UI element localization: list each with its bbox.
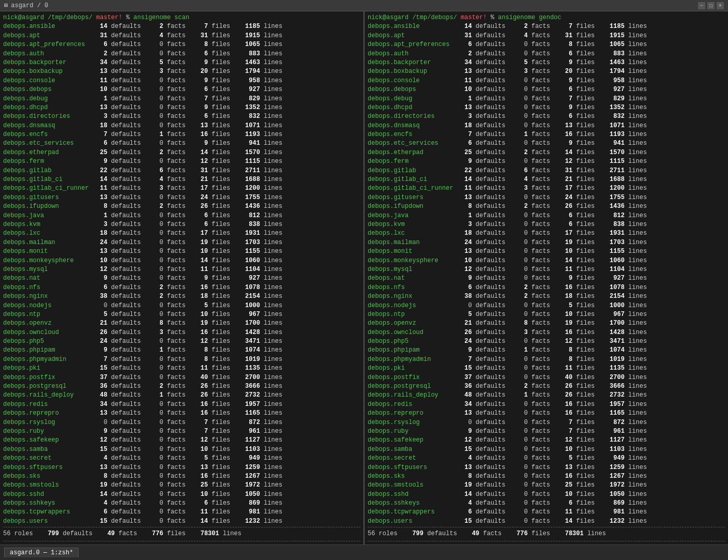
table-row: debops.reprepro 13 defaults 0 facts 16 f… (368, 409, 725, 418)
right-pane[interactable]: nick@asgard /tmp/debops/ master! % ansig… (365, 11, 728, 544)
table-row: debops.java 1 defaults 0 facts 6 files 8… (368, 211, 725, 220)
table-row: debops.reprepro 13 defaults 0 facts 16 f… (3, 409, 360, 418)
table-row: debops.java 1 defaults 0 facts 6 files 8… (3, 211, 360, 220)
table-row: debops.boxbackup 13 defaults 3 facts 20 … (368, 67, 725, 76)
table-row: debops.ferm 9 defaults 0 facts 12 files … (3, 157, 360, 166)
table-row: debops.postfix 37 defaults 0 facts 40 fi… (368, 373, 725, 382)
table-row: debops.owncloud 26 defaults 3 facts 16 f… (368, 328, 725, 337)
table-row: debops.ifupdown 8 defaults 2 facts 26 fi… (368, 202, 725, 211)
table-row: debops.encfs 7 defaults 1 facts 16 files… (368, 130, 725, 139)
table-row: debops.gitlab_ci 14 defaults 4 facts 21 … (3, 175, 360, 184)
table-row: debops.nfs 6 defaults 2 facts 16 files 1… (368, 283, 725, 292)
table-row: debops.tcpwrappers 6 defaults 0 facts 11… (368, 508, 725, 517)
left-footer1: 56 ok 0 missing readme(s) 0 missing meta… (3, 542, 360, 544)
table-row: debops.openvz 21 defaults 8 facts 19 fil… (3, 319, 360, 328)
table-row: debops.redis 34 defaults 0 facts 16 file… (3, 400, 360, 409)
table-row: debops.encfs 7 defaults 1 facts 16 files… (3, 130, 360, 139)
table-row: debops.apt 31 defaults 4 facts 31 files … (3, 32, 360, 40)
table-row: debops.ruby 9 defaults 0 facts 7 files 9… (368, 427, 725, 436)
table-row: debops.gitusers 13 defaults 0 facts 24 f… (3, 193, 360, 202)
table-row: debops.debops 10 defaults 0 facts 6 file… (3, 85, 360, 94)
table-row: debops.nat 9 defaults 0 facts 9 files 92… (368, 274, 725, 283)
table-row: debops.php5 24 defaults 0 facts 12 files… (368, 337, 725, 346)
table-row: debops.nginx 38 defaults 2 facts 18 file… (3, 292, 360, 301)
table-row: debops.lxc 18 defaults 0 facts 17 files … (368, 229, 725, 238)
table-row: debops.gitlab_ci_runner 11 defaults 3 fa… (3, 184, 360, 193)
table-row: debops.phpmyadmin 7 defaults 0 facts 8 f… (3, 355, 360, 364)
table-row: debops.sshd 14 defaults 0 facts 10 files… (3, 490, 360, 499)
table-row: debops.phpipam 9 defaults 1 facts 8 file… (368, 346, 725, 355)
table-row: debops.auth 2 defaults 0 facts 6 files 8… (368, 50, 725, 58)
minimize-button[interactable]: − (698, 2, 705, 9)
table-row: debops.dnsmasq 18 defaults 0 facts 13 fi… (368, 122, 725, 130)
table-row: debops.ansible 14 defaults 2 facts 7 fil… (3, 22, 360, 31)
table-row: debops.gitusers 13 defaults 0 facts 24 f… (368, 193, 725, 202)
table-row: debops.backporter 34 defaults 5 facts 9 … (368, 58, 725, 67)
table-row: debops.monkeysphere 10 defaults 0 facts … (3, 256, 360, 265)
left-table: debops.ansible 14 defaults 2 facts 7 fil… (3, 22, 360, 526)
table-row: debops.sshkeys 4 defaults 0 facts 6 file… (3, 499, 360, 508)
maximize-button[interactable]: □ (707, 2, 715, 9)
table-row: debops.etherpad 25 defaults 2 facts 14 f… (368, 148, 725, 157)
window-icon: ⊞ (4, 2, 8, 9)
table-row: debops.ferm 9 defaults 0 facts 12 files … (368, 157, 725, 166)
table-row: debops.secret 4 defaults 0 facts 5 files… (3, 454, 360, 463)
table-row: debops.samba 15 defaults 0 facts 10 file… (3, 445, 360, 454)
left-summary: 56 roles 799 defaults 49 facts 776 files… (3, 528, 360, 539)
table-row: debops.redis 34 defaults 0 facts 16 file… (368, 400, 725, 409)
table-row: debops.tcpwrappers 6 defaults 0 facts 11… (3, 508, 360, 517)
table-row: debops.mysql 12 defaults 0 facts 11 file… (368, 265, 725, 274)
table-row: debops.debug 1 defaults 0 facts 7 files … (368, 95, 725, 103)
table-row: debops.rsyslog 0 defaults 0 facts 7 file… (368, 418, 725, 427)
left-pane[interactable]: nick@asgard /tmp/debops/ master! % ansig… (0, 11, 363, 544)
table-row: debops.backporter 34 defaults 5 facts 9 … (3, 58, 360, 67)
table-row: debops.etc_services 6 defaults 0 facts 9… (368, 139, 725, 148)
close-button[interactable]: × (717, 2, 724, 9)
left-prompt: nick@asgard /tmp/debops/ master! % ansig… (3, 13, 360, 22)
title-bar-controls[interactable]: − □ × (698, 2, 724, 9)
title-bar-left: ⊞ asgard / 0 (4, 2, 48, 9)
table-row: debops.monit 13 defaults 0 facts 10 file… (3, 247, 360, 256)
table-row: debops.postgresql 36 defaults 2 facts 26… (3, 382, 360, 391)
window-title: asgard / 0 (11, 2, 48, 9)
table-row: debops.gitlab_ci 14 defaults 4 facts 21 … (368, 175, 725, 184)
table-row: debops.owncloud 26 defaults 3 facts 16 f… (3, 328, 360, 337)
table-row: debops.rails_deploy 48 defaults 1 facts … (368, 391, 725, 400)
table-row: debops.sks 8 defaults 0 facts 16 files 1… (368, 472, 725, 481)
table-row: debops.console 11 defaults 0 facts 9 fil… (3, 77, 360, 85)
table-row: debops.debops 10 defaults 0 facts 6 file… (368, 85, 725, 94)
table-row: debops.users 15 defaults 0 facts 14 file… (3, 517, 360, 526)
table-row: debops.postfix 37 defaults 0 facts 40 fi… (3, 373, 360, 382)
right-table: debops.ansible 14 defaults 2 facts 7 fil… (368, 22, 725, 526)
table-row: debops.debug 1 defaults 0 facts 7 files … (3, 95, 360, 103)
table-row: debops.safekeep 12 defaults 0 facts 12 f… (368, 436, 725, 445)
table-row: debops.gitlab_ci_runner 11 defaults 3 fa… (368, 184, 725, 193)
table-row: debops.dnsmasq 18 defaults 0 facts 13 fi… (3, 122, 360, 130)
table-row: debops.samba 15 defaults 0 facts 10 file… (368, 445, 725, 454)
right-prompt: nick@asgard /tmp/debops/ master! % ansig… (368, 13, 725, 22)
table-row: debops.safekeep 12 defaults 0 facts 12 f… (3, 436, 360, 445)
table-row: debops.secret 4 defaults 0 facts 5 files… (368, 454, 725, 463)
right-summary: 56 roles 799 defaults 49 facts 776 files… (368, 528, 725, 539)
table-row: debops.sshkeys 4 defaults 0 facts 6 file… (368, 499, 725, 508)
table-row: debops.ifupdown 8 defaults 2 facts 26 fi… (3, 202, 360, 211)
table-row: debops.ntp 5 defaults 0 facts 10 files 9… (368, 310, 725, 319)
table-row: debops.mysql 12 defaults 0 facts 11 file… (3, 265, 360, 274)
table-row: debops.mailman 24 defaults 0 facts 19 fi… (3, 238, 360, 247)
table-row: debops.users 15 defaults 0 facts 14 file… (368, 517, 725, 526)
tab-asgard[interactable]: asgard.0 — 1:zsh* (4, 548, 79, 557)
table-row: debops.postgresql 36 defaults 2 facts 26… (368, 382, 725, 391)
table-row: debops.phpmyadmin 7 defaults 0 facts 8 f… (368, 355, 725, 364)
table-row: debops.nfs 6 defaults 2 facts 16 files 1… (3, 283, 360, 292)
table-row: debops.ntp 5 defaults 0 facts 10 files 9… (3, 310, 360, 319)
table-row: debops.dhcpd 13 defaults 0 facts 9 files… (368, 103, 725, 112)
table-row: debops.smstools 19 defaults 0 facts 25 f… (3, 481, 360, 490)
table-row: debops.apt_preferences 6 defaults 0 fact… (3, 40, 360, 49)
table-row: debops.apt 31 defaults 4 facts 31 files … (368, 32, 725, 40)
table-row: debops.rsyslog 0 defaults 0 facts 7 file… (3, 418, 360, 427)
table-row: debops.auth 2 defaults 0 facts 6 files 8… (3, 50, 360, 58)
table-row: debops.pki 15 defaults 0 facts 11 files … (368, 364, 725, 373)
table-row: debops.sshd 14 defaults 0 facts 10 files… (368, 490, 725, 499)
table-row: debops.gitlab 22 defaults 6 facts 31 fil… (368, 167, 725, 175)
table-row: debops.etc_services 6 defaults 0 facts 9… (3, 139, 360, 148)
